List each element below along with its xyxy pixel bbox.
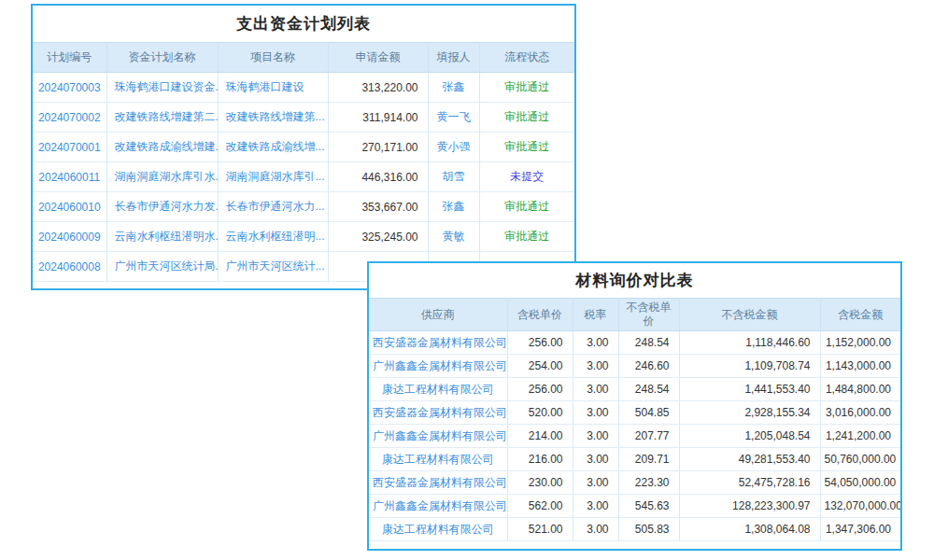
column-header: 资金计划名称 xyxy=(106,43,218,73)
column-header: 计划编号 xyxy=(33,43,106,73)
table-cell: 313,220.00 xyxy=(328,73,428,103)
table-cell[interactable]: 西安盛器金属材料有限公司 xyxy=(369,401,507,425)
table-cell[interactable]: 胡雪 xyxy=(428,162,479,192)
table-cell: 审批通过 xyxy=(479,73,574,103)
material-quote-title: 材料询价对比表 xyxy=(369,263,900,298)
table-cell: 1,118,446.60 xyxy=(679,331,820,355)
table-cell[interactable]: 广州鑫鑫金属材料有限公司 xyxy=(369,495,507,518)
table-cell[interactable]: 西安盛器金属材料有限公司 xyxy=(369,331,507,355)
table-cell[interactable]: 云南水利枢纽潜明... xyxy=(218,222,328,252)
table-cell[interactable]: 黄敏 xyxy=(428,222,479,252)
table-cell: 1,241,200.00 xyxy=(820,425,900,448)
table-cell[interactable]: 珠海鹤港口建设资金... xyxy=(106,73,218,103)
table-row[interactable]: 广州鑫鑫金属材料有限公司562.003.00545.63128,223,300.… xyxy=(369,495,900,518)
table-cell: 3.00 xyxy=(573,471,618,495)
column-header: 供应商 xyxy=(369,299,507,331)
table-cell[interactable]: 改建铁路线增建第二... xyxy=(106,103,218,133)
table-cell: 254.00 xyxy=(507,355,573,378)
table-cell: 1,109,708.74 xyxy=(679,355,820,378)
table-cell[interactable]: 湖南洞庭湖水库引水... xyxy=(106,162,218,192)
table-cell: 50,760,000.00 xyxy=(820,448,900,471)
table-cell: 256.00 xyxy=(507,378,573,401)
table-row[interactable]: 2024060011湖南洞庭湖水库引水...湖南洞庭湖水库引...446,316… xyxy=(33,162,574,192)
table-header-row: 计划编号资金计划名称项目名称申请金额填报人流程状态 xyxy=(33,43,574,73)
table-cell: 审批通过 xyxy=(479,103,574,133)
table-cell[interactable]: 广州鑫鑫金属材料有限公司 xyxy=(369,355,507,378)
table-cell: 1,308,064.08 xyxy=(679,518,820,541)
table-cell[interactable]: 珠海鹤港口建设 xyxy=(218,73,328,103)
table-cell[interactable]: 张鑫 xyxy=(428,73,479,103)
table-cell: 128,223,300.97 xyxy=(679,495,820,518)
table-cell: 504.85 xyxy=(618,401,679,425)
table-row[interactable]: 西安盛器金属材料有限公司256.003.00248.541,118,446.60… xyxy=(369,331,900,355)
table-cell: 3.00 xyxy=(573,495,618,518)
table-cell[interactable]: 2024070002 xyxy=(33,103,106,133)
table-cell[interactable]: 2024070003 xyxy=(33,73,106,103)
table-cell: 49,281,553.40 xyxy=(679,448,820,471)
table-cell[interactable]: 广州鑫鑫金属材料有限公司 xyxy=(369,425,507,448)
material-quote-panel: 材料询价对比表 供应商含税单价税率不含税单价不含税金额含税金额 西安盛器金属材料… xyxy=(367,261,902,551)
table-row[interactable]: 康达工程材料有限公司256.003.00248.541,441,553.401,… xyxy=(369,378,900,401)
table-cell: 521.00 xyxy=(507,518,573,541)
table-cell[interactable]: 2024060008 xyxy=(33,252,106,282)
table-row[interactable]: 康达工程材料有限公司216.003.00209.7149,281,553.405… xyxy=(369,448,900,471)
table-cell: 1,484,800.00 xyxy=(820,378,900,401)
table-cell: 3.00 xyxy=(573,425,618,448)
table-cell[interactable]: 长春市伊通河水力... xyxy=(218,192,328,222)
table-cell: 审批通过 xyxy=(479,222,574,252)
table-cell: 216.00 xyxy=(507,448,573,471)
table-cell[interactable]: 2024070001 xyxy=(33,133,106,162)
table-cell[interactable]: 长春市伊通河水力发... xyxy=(106,192,218,222)
table-row[interactable]: 2024070002改建铁路线增建第二...改建铁路线增建第...311,914… xyxy=(33,103,574,133)
table-cell[interactable]: 黄小强 xyxy=(428,133,479,162)
table-cell[interactable]: 广州市天河区统计局... xyxy=(106,252,218,282)
table-cell: 3.00 xyxy=(573,448,618,471)
table-cell: 132,070,000.00 xyxy=(820,495,900,518)
table-cell: 209.71 xyxy=(618,448,679,471)
table-row[interactable]: 2024060010长春市伊通河水力发...长春市伊通河水力...353,667… xyxy=(33,192,574,222)
table-row[interactable]: 2024060009云南水利枢纽潜明水...云南水利枢纽潜明...325,245… xyxy=(33,222,574,252)
table-row[interactable]: 广州鑫鑫金属材料有限公司214.003.00207.771,205,048.54… xyxy=(369,425,900,448)
table-cell[interactable]: 2024060011 xyxy=(33,162,106,192)
table-cell: 207.77 xyxy=(618,425,679,448)
table-cell[interactable]: 康达工程材料有限公司 xyxy=(369,448,507,471)
table-cell[interactable]: 2024060009 xyxy=(33,222,106,252)
table-cell[interactable]: 张鑫 xyxy=(428,192,479,222)
table-cell[interactable]: 改建铁路成渝线增... xyxy=(218,133,328,162)
column-header: 填报人 xyxy=(428,43,479,73)
table-cell[interactable]: 康达工程材料有限公司 xyxy=(369,518,507,541)
table-cell: 545.63 xyxy=(618,495,679,518)
table-cell[interactable]: 湖南洞庭湖水库引... xyxy=(218,162,328,192)
table-cell: 248.54 xyxy=(618,378,679,401)
table-cell[interactable]: 广州市天河区统计... xyxy=(218,252,328,282)
table-cell: 审批通过 xyxy=(479,192,574,222)
table-cell[interactable]: 西安盛器金属材料有限公司 xyxy=(369,471,507,495)
table-cell: 审批通过 xyxy=(479,133,574,162)
table-cell[interactable]: 黄一飞 xyxy=(428,103,479,133)
table-cell[interactable]: 2024060010 xyxy=(33,192,106,222)
table-row[interactable]: 2024070003珠海鹤港口建设资金...珠海鹤港口建设313,220.00张… xyxy=(33,73,574,103)
table-row[interactable]: 2024070001改建铁路成渝线增建...改建铁路成渝线增...270,171… xyxy=(33,133,574,162)
table-cell: 256.00 xyxy=(507,331,573,355)
material-quote-table: 供应商含税单价税率不含税单价不含税金额含税金额 西安盛器金属材料有限公司256.… xyxy=(369,298,900,541)
column-header: 申请金额 xyxy=(328,43,428,73)
table-row[interactable]: 西安盛器金属材料有限公司230.003.00223.3052,475,728.1… xyxy=(369,471,900,495)
expenditure-plan-title: 支出资金计划列表 xyxy=(33,6,574,42)
table-cell[interactable]: 康达工程材料有限公司 xyxy=(369,378,507,401)
table-row[interactable]: 广州鑫鑫金属材料有限公司254.003.00246.601,109,708.74… xyxy=(369,355,900,378)
table-cell: 223.30 xyxy=(618,471,679,495)
table-cell: 562.00 xyxy=(507,495,573,518)
column-header: 不含税单价 xyxy=(618,299,679,331)
table-cell: 1,205,048.54 xyxy=(679,425,820,448)
table-cell: 214.00 xyxy=(507,425,573,448)
table-cell: 520.00 xyxy=(507,401,573,425)
table-cell[interactable]: 云南水利枢纽潜明水... xyxy=(106,222,218,252)
table-row[interactable]: 西安盛器金属材料有限公司520.003.00504.852,928,155.34… xyxy=(369,401,900,425)
column-header: 含税金额 xyxy=(820,299,900,331)
table-cell[interactable]: 改建铁路线增建第... xyxy=(218,103,328,133)
table-cell: 353,667.00 xyxy=(328,192,428,222)
table-cell[interactable]: 改建铁路成渝线增建... xyxy=(106,133,218,162)
table-cell: 325,245.00 xyxy=(328,222,428,252)
table-cell: 3.00 xyxy=(573,518,618,541)
table-row[interactable]: 康达工程材料有限公司521.003.00505.831,308,064.081,… xyxy=(369,518,900,541)
